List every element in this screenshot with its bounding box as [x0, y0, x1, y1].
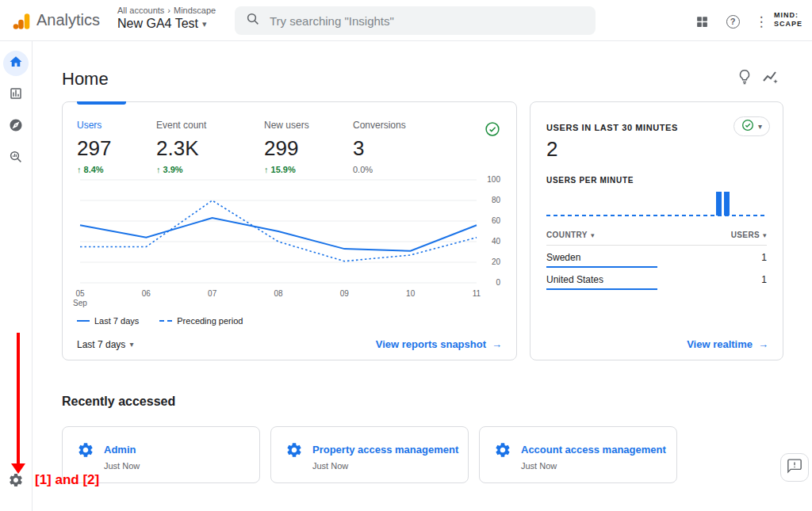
gear-icon	[285, 441, 303, 462]
metric-tab-new-users[interactable]: New users 299 ↑ 15.9%	[264, 120, 309, 174]
property-selector-label: New GA4 Test	[117, 17, 198, 31]
sidebar-item-reports[interactable]	[9, 86, 23, 101]
realtime-country-table: COUNTRY ▾ USERS ▾ Sweden 1 United States	[546, 231, 767, 290]
breadcrumb-root[interactable]: All accounts	[117, 6, 164, 15]
svg-text:11: 11	[473, 289, 481, 298]
search-icon	[246, 12, 260, 29]
sidebar-item-explore[interactable]	[9, 118, 23, 132]
recent-card-time: Just Now	[521, 461, 557, 471]
chevron-down-icon: ▾	[129, 340, 133, 349]
realtime-title: USERS IN LAST 30 MINUTES	[546, 123, 678, 132]
sidebar-item-home[interactable]	[3, 51, 29, 76]
gear-icon	[8, 477, 24, 490]
per-minute-baseline	[546, 215, 767, 216]
search-input[interactable]	[270, 14, 584, 28]
metric-label: Users	[77, 120, 111, 131]
table-header-row: COUNTRY ▾ USERS ▾	[546, 231, 767, 246]
annotation-label: [1] and [2]	[35, 472, 99, 488]
svg-text:08: 08	[274, 289, 283, 298]
chart-legend: Last 7 days Preceding period	[77, 316, 243, 326]
users-per-minute-bar-chart	[546, 189, 767, 218]
svg-text:80: 80	[492, 196, 501, 204]
metric-value: 2.3K	[156, 136, 206, 161]
sidebar-item-admin[interactable]	[8, 472, 24, 491]
insights-lightbulb-icon[interactable]	[736, 68, 755, 87]
table-row: United States 1	[546, 268, 767, 290]
arrow-right-icon: →	[492, 338, 502, 350]
users-column-header[interactable]: USERS ▾	[731, 231, 767, 239]
solid-line-swatch-icon	[77, 320, 90, 322]
svg-text:Sep: Sep	[73, 299, 87, 307]
view-realtime-link[interactable]: View realtime →	[687, 338, 768, 350]
recent-card-property-access[interactable]: Property access management Just Now	[270, 426, 469, 483]
check-circle-icon	[741, 119, 754, 135]
recent-card-label: Account access management	[521, 444, 666, 456]
svg-text:07: 07	[208, 289, 217, 298]
svg-text:06: 06	[142, 289, 151, 298]
breadcrumb-current[interactable]: Mindscape	[174, 6, 216, 15]
realtime-card: USERS IN LAST 30 MINUTES ▾ 2 USERS PER M…	[530, 101, 783, 360]
advertising-icon	[9, 153, 23, 166]
overview-card: Users 297 ↑ 8.4% Event count 2.3K ↑ 3.9%…	[62, 101, 517, 360]
org-logo-line1: MIND:	[774, 11, 802, 20]
help-icon[interactable]: ?	[724, 13, 741, 30]
property-selector[interactable]: New GA4 Test ▾	[117, 17, 207, 31]
svg-text:100: 100	[487, 175, 500, 184]
view-reports-snapshot-link[interactable]: View reports snapshot →	[376, 338, 502, 350]
svg-text:60: 60	[492, 216, 501, 225]
recently-accessed-title: Recently accessed	[62, 395, 175, 409]
metric-label: Conversions	[353, 120, 406, 131]
arrow-right-icon: →	[758, 338, 768, 350]
insights-trend-icon[interactable]	[761, 68, 780, 87]
page-title: Home	[62, 69, 109, 90]
metric-value: 3	[353, 136, 406, 161]
data-quality-check-icon[interactable]	[485, 121, 500, 140]
metric-tab-users[interactable]: Users 297 ↑ 8.4%	[77, 120, 111, 174]
breadcrumb-separator-icon: ›	[167, 6, 170, 15]
breadcrumb[interactable]: All accounts › Mindscape	[117, 6, 216, 15]
feedback-button[interactable]	[780, 453, 809, 482]
realtime-users-value: 2	[546, 137, 557, 162]
annotation-arrow-shaft	[17, 333, 20, 464]
recent-card-label: Admin	[104, 444, 136, 456]
period-selector[interactable]: Last 7 days ▾	[77, 339, 133, 350]
home-icon	[9, 55, 23, 72]
chevron-down-icon: ▾	[202, 19, 207, 29]
metric-value: 297	[77, 136, 111, 161]
per-minute-bars	[546, 189, 767, 215]
link-label: View reports snapshot	[376, 338, 486, 350]
selected-metric-indicator	[77, 101, 126, 105]
table-row: Sweden 1	[546, 246, 767, 268]
search-bar[interactable]	[235, 6, 596, 35]
sort-caret-icon: ▾	[591, 231, 595, 239]
metric-tab-conversions[interactable]: Conversions 3 0.0%	[353, 120, 406, 174]
metric-label: Event count	[156, 120, 206, 131]
feedback-chat-icon	[787, 458, 802, 477]
recent-card-label: Property access management	[312, 444, 458, 456]
apps-grid-icon[interactable]	[693, 13, 710, 30]
users-per-minute-label: USERS PER MINUTE	[546, 176, 634, 185]
legend-label: Last 7 days	[94, 316, 139, 326]
dashed-line-swatch-icon	[159, 320, 172, 322]
reports-icon	[9, 90, 23, 103]
realtime-status-dropdown[interactable]: ▾	[733, 116, 770, 136]
users-cell: 1	[761, 252, 767, 263]
gear-icon	[77, 441, 94, 462]
top-app-bar: Analytics All accounts › Mindscape New G…	[0, 0, 812, 41]
country-cell: United States	[546, 274, 603, 285]
recent-card-account-access[interactable]: Account access management Just Now	[479, 426, 677, 483]
metric-value: 299	[264, 136, 309, 161]
svg-text:40: 40	[492, 237, 501, 246]
org-logo: MIND: SCAPE	[774, 11, 802, 29]
svg-text:10: 10	[406, 289, 416, 298]
explore-icon	[9, 121, 23, 135]
annotation-arrow-head-icon	[11, 463, 25, 474]
recent-card-time: Just Now	[312, 461, 348, 471]
period-selector-label: Last 7 days	[77, 339, 125, 350]
sidebar-item-advertising[interactable]	[9, 150, 23, 164]
org-logo-line2: SCAPE	[774, 20, 802, 29]
country-column-header[interactable]: COUNTRY ▾	[546, 231, 595, 239]
metric-tab-event-count[interactable]: Event count 2.3K ↑ 3.9%	[156, 120, 206, 174]
recent-card-time: Just Now	[104, 461, 140, 471]
more-vertical-icon[interactable]: ⋮	[753, 13, 770, 30]
